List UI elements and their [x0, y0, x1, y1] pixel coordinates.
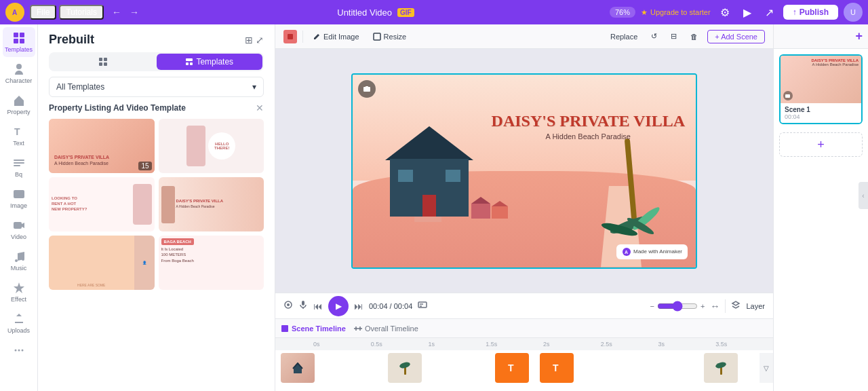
mic-button[interactable] — [298, 300, 308, 312]
sidebar-item-image[interactable]: Image — [3, 183, 35, 213]
svg-point-14 — [15, 259, 18, 262]
track-spacer-4 — [647, 353, 701, 388]
template-item-1[interactable]: DAISY'S PRIVATE VILLAA Hidden Beach Para… — [49, 119, 155, 173]
thumb-count: 15 — [138, 162, 151, 170]
svg-point-15 — [22, 258, 24, 261]
sidebar-item-more[interactable] — [3, 339, 35, 361]
villa-subtitle: A Hidden Beach Paradise — [492, 132, 685, 141]
playbar: ⏮ ▶ ⏭ 00:04 / 00:04 − + ↔ — [275, 293, 773, 318]
sidebar-item-music[interactable]: Music — [3, 246, 35, 276]
redo-button[interactable]: → — [127, 5, 142, 19]
canvas-content: DAISY'S PRIVATE VILLA A Hidden Beach Par… — [353, 75, 696, 267]
caption-button[interactable] — [418, 300, 427, 312]
scene-cam-icon — [783, 91, 793, 100]
skip-back-button[interactable]: ⏮ — [313, 301, 323, 312]
main-canvas[interactable]: DAISY'S PRIVATE VILLA A Hidden Beach Par… — [351, 73, 697, 269]
svg-point-17 — [18, 350, 20, 352]
template-item-4[interactable]: DAISY'S PRIVATE VILLAA Hidden Beach Para… — [159, 177, 264, 231]
share-button[interactable]: ↗ — [761, 5, 778, 20]
sidebar-item-effect[interactable]: Effect — [3, 277, 35, 307]
zoom-badge[interactable]: 76% — [610, 7, 635, 18]
timeline-filter-button[interactable]: ▽ — [760, 353, 773, 383]
play-preview-button[interactable]: ▶ — [739, 5, 755, 20]
add-scene-plus-button[interactable]: + — [855, 29, 863, 43]
zoom-minus-icon[interactable]: − — [650, 302, 654, 310]
right-panel: + DAISY'S PRIVATE VILLAA Hidden Beach Pa… — [773, 24, 868, 391]
overall-timeline-tab[interactable]: Overall Timeline — [354, 324, 418, 333]
canvas-wrapper: DAISY'S PRIVATE VILLA A Hidden Beach Par… — [275, 49, 773, 293]
scene-panel-header: + — [774, 24, 868, 49]
scene-name: Scene 1 — [785, 106, 857, 113]
zoom-plus-icon[interactable]: + — [701, 302, 705, 310]
file-menu[interactable]: File — [30, 5, 56, 20]
publish-icon: ↑ — [793, 7, 797, 17]
layer-icon[interactable] — [731, 300, 741, 312]
track-item-4[interactable]: T — [540, 353, 574, 383]
publish-button[interactable]: ↑ Publish — [783, 5, 838, 20]
svg-rect-20 — [104, 58, 107, 61]
template-dropdown[interactable]: All Templates ▾ — [49, 77, 264, 97]
zoom-slider[interactable] — [657, 301, 698, 312]
svg-rect-24 — [186, 62, 189, 65]
tab-templates[interactable]: Templates — [157, 54, 263, 70]
divider-playbar — [725, 299, 726, 313]
avatar[interactable]: U — [844, 3, 863, 22]
track-item-1[interactable] — [281, 353, 315, 383]
close-group-button[interactable]: ✕ — [256, 103, 264, 113]
scene-timeline-tab[interactable]: Scene Timeline — [281, 324, 346, 333]
template-item-6[interactable]: BAGA BEACH It Is Located100 METERSFrom B… — [159, 236, 264, 290]
layout-button[interactable]: ⊟ — [667, 30, 681, 43]
upgrade-button[interactable]: ★ Upgrade to starter — [641, 8, 711, 17]
color-swatch[interactable] — [283, 30, 297, 43]
panel-header-icons: ⊞ ⤢ — [245, 35, 264, 45]
svg-text:T: T — [14, 126, 20, 137]
publish-label: Publish — [800, 7, 829, 17]
camera-settings-button[interactable] — [283, 300, 293, 312]
add-scene-side-button[interactable]: + — [779, 132, 863, 157]
grid-view-button[interactable]: ⊞ — [245, 35, 253, 45]
sidebar-item-video[interactable]: Video — [3, 215, 35, 244]
svg-rect-22 — [104, 62, 107, 66]
sidebar-item-templates[interactable]: Templates — [3, 27, 35, 57]
edit-image-button[interactable]: Edit Image — [309, 31, 363, 43]
resize-button[interactable]: Resize — [369, 31, 411, 43]
scene-item-1[interactable]: DAISY'S PRIVATE VILLAA Hidden Beach Para… — [779, 54, 863, 124]
logo[interactable]: A — [5, 3, 24, 22]
delete-button[interactable]: 🗑 — [686, 31, 702, 43]
template-item-3[interactable]: LOOKING TORENT A HOTNEW PROPERTY? — [49, 177, 155, 231]
svg-rect-36 — [418, 302, 427, 308]
svg-point-33 — [287, 303, 290, 306]
tab-templates-label: Templates — [196, 57, 233, 67]
add-scene-button[interactable]: + Add Scene — [707, 30, 765, 43]
settings-button[interactable]: ⚙ — [716, 5, 734, 20]
track-spacer-2 — [425, 353, 492, 388]
sidebar-item-uploads[interactable]: Uploads — [3, 308, 35, 338]
template-item-2[interactable]: HELLOTHERE! — [159, 119, 264, 173]
tutorials-menu[interactable]: Tutorials — [59, 5, 104, 20]
svg-rect-8 — [14, 160, 24, 161]
track-item-2[interactable] — [388, 353, 422, 383]
collapse-handle[interactable]: ‹ — [859, 182, 868, 209]
track-item-5[interactable] — [704, 353, 738, 383]
door — [422, 195, 436, 217]
canvas-area: Edit Image Resize Replace ↺ ⊟ 🗑 + Add Sc… — [275, 24, 773, 391]
svg-rect-13 — [14, 222, 22, 229]
sidebar-item-character[interactable]: Character — [3, 58, 35, 88]
tab-layouts[interactable] — [50, 54, 157, 70]
scene-thumb-1: DAISY'S PRIVATE VILLAA Hidden Beach Para… — [781, 56, 861, 103]
play-button[interactable]: ▶ — [328, 296, 349, 316]
sidebar-item-property[interactable]: Property — [3, 90, 35, 119]
expand-button[interactable]: ⤢ — [256, 35, 264, 45]
undo-button[interactable]: ← — [109, 5, 124, 19]
sidebar-item-bq[interactable]: Bq — [3, 152, 35, 182]
track-item-3[interactable]: T — [495, 353, 529, 383]
skip-forward-button[interactable]: ⏭ — [354, 301, 363, 312]
template-item-5[interactable]: HERE ARE SOME 👤 — [49, 236, 155, 290]
refresh-button[interactable]: ↺ — [647, 30, 661, 43]
window-left — [398, 170, 413, 182]
replace-button[interactable]: Replace — [606, 31, 642, 43]
fit-screen-button[interactable]: ↔ — [710, 301, 719, 312]
sidebar-item-text[interactable]: T Text — [3, 121, 35, 151]
canvas-camera-icon[interactable] — [358, 80, 376, 98]
icon-sidebar: Templates Character Property T Text Bq I… — [0, 24, 38, 391]
